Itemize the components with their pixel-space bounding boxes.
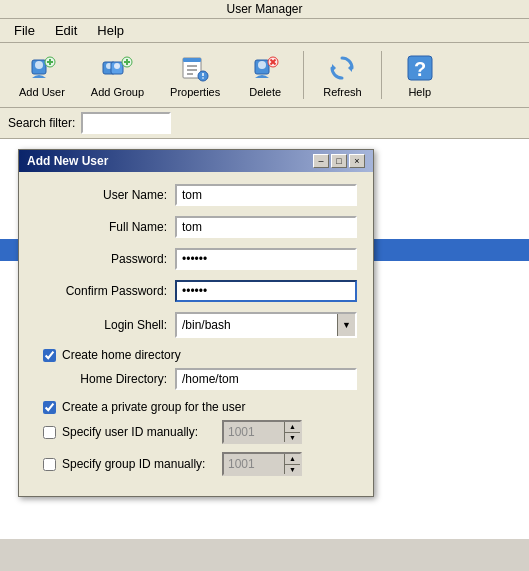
uid-spinner-controls: ▲ ▼ xyxy=(284,422,300,442)
specify-gid-row: Specify group ID manually: ▲ ▼ xyxy=(35,452,357,476)
add-group-button[interactable]: Add Group xyxy=(80,47,155,103)
dialog-title: Add New User xyxy=(27,154,108,168)
confirm-password-row: Confirm Password: xyxy=(35,280,357,302)
gid-spinner-up[interactable]: ▲ xyxy=(285,454,300,465)
confirm-password-label: Confirm Password: xyxy=(35,284,175,298)
home-dir-row: Home Directory: xyxy=(35,368,357,390)
toolbar-separator xyxy=(303,51,304,99)
delete-icon xyxy=(249,52,281,84)
delete-label: Delete xyxy=(249,86,281,98)
help-button[interactable]: ? Help xyxy=(390,47,450,103)
fullname-input[interactable] xyxy=(175,216,357,238)
svg-point-19 xyxy=(202,77,204,79)
private-group-label: Create a private group for the user xyxy=(62,400,245,414)
add-user-button[interactable]: Add User xyxy=(8,47,76,103)
refresh-button[interactable]: Refresh xyxy=(312,47,373,103)
menu-edit[interactable]: Edit xyxy=(49,21,83,40)
dialog-minimize-button[interactable]: – xyxy=(313,154,329,168)
search-filter-label: Search filter: xyxy=(8,116,75,130)
fullname-label: Full Name: xyxy=(35,220,175,234)
svg-point-8 xyxy=(114,63,120,69)
help-icon: ? xyxy=(404,52,436,84)
specify-gid-checkbox[interactable] xyxy=(43,458,56,471)
properties-label: Properties xyxy=(170,86,220,98)
specify-uid-label: Specify user ID manually: xyxy=(62,425,222,439)
properties-button[interactable]: Properties xyxy=(159,47,231,103)
svg-point-21 xyxy=(258,61,266,69)
dialog-title-bar: Add New User – □ × xyxy=(19,150,373,172)
refresh-icon xyxy=(326,52,358,84)
username-label: User Name: xyxy=(35,188,175,202)
uid-spinner-input[interactable] xyxy=(224,422,284,442)
password-row: Password: xyxy=(35,248,357,270)
specify-gid-label: Specify group ID manually: xyxy=(62,457,222,471)
specify-uid-row: Specify user ID manually: ▲ ▼ xyxy=(35,420,357,444)
svg-marker-26 xyxy=(332,64,336,72)
gid-spinner-wrapper: ▲ ▼ xyxy=(222,452,302,476)
login-shell-row: Login Shell: ▼ xyxy=(35,312,357,338)
create-home-checkbox[interactable] xyxy=(43,349,56,362)
menu-file[interactable]: File xyxy=(8,21,41,40)
add-user-label: Add User xyxy=(19,86,65,98)
add-new-user-dialog: Add New User – □ × User Name: Full Name:… xyxy=(18,149,374,497)
create-home-label: Create home directory xyxy=(62,348,181,362)
password-input[interactable] xyxy=(175,248,357,270)
username-row: User Name: xyxy=(35,184,357,206)
private-group-row: Create a private group for the user xyxy=(35,400,357,414)
menu-bar: File Edit Help xyxy=(0,19,529,43)
uid-spinner-wrapper: ▲ ▼ xyxy=(222,420,302,444)
add-group-icon xyxy=(101,52,133,84)
search-input[interactable] xyxy=(81,112,171,134)
svg-marker-25 xyxy=(348,64,352,72)
refresh-label: Refresh xyxy=(323,86,362,98)
shell-select-wrapper: ▼ xyxy=(175,312,357,338)
title-bar: User Manager xyxy=(0,0,529,19)
password-label: Password: xyxy=(35,252,175,266)
dialog-content: User Name: Full Name: Password: Confirm … xyxy=(19,172,373,496)
username-input[interactable] xyxy=(175,184,357,206)
add-group-label: Add Group xyxy=(91,86,144,98)
confirm-password-input[interactable] xyxy=(175,280,357,302)
main-area: Add New User – □ × User Name: Full Name:… xyxy=(0,139,529,539)
delete-button[interactable]: Delete xyxy=(235,47,295,103)
uid-spinner-up[interactable]: ▲ xyxy=(285,422,300,433)
gid-spinner-down[interactable]: ▼ xyxy=(285,465,300,475)
svg-point-1 xyxy=(35,61,43,69)
home-dir-input[interactable] xyxy=(175,368,357,390)
dialog-close-button[interactable]: × xyxy=(349,154,365,168)
uid-spinner-down[interactable]: ▼ xyxy=(285,433,300,443)
private-group-checkbox[interactable] xyxy=(43,401,56,414)
login-shell-input[interactable] xyxy=(177,314,337,336)
home-dir-label: Home Directory: xyxy=(75,372,175,386)
help-label: Help xyxy=(408,86,431,98)
svg-text:?: ? xyxy=(414,58,426,80)
dialog-title-controls: – □ × xyxy=(313,154,365,168)
gid-spinner-controls: ▲ ▼ xyxy=(284,454,300,474)
search-bar: Search filter: xyxy=(0,108,529,139)
gid-spinner-input[interactable] xyxy=(224,454,284,474)
toolbar: Add User Add Group Properties xyxy=(0,43,529,108)
toolbar-separator-2 xyxy=(381,51,382,99)
svg-rect-13 xyxy=(183,58,201,62)
app-title: User Manager xyxy=(226,2,302,16)
properties-icon xyxy=(179,52,211,84)
login-shell-label: Login Shell: xyxy=(35,318,175,332)
menu-help[interactable]: Help xyxy=(91,21,130,40)
specify-uid-checkbox[interactable] xyxy=(43,426,56,439)
create-home-row: Create home directory xyxy=(35,348,357,362)
fullname-row: Full Name: xyxy=(35,216,357,238)
dialog-maximize-button[interactable]: □ xyxy=(331,154,347,168)
add-user-icon xyxy=(26,52,58,84)
shell-dropdown-arrow[interactable]: ▼ xyxy=(337,314,355,336)
